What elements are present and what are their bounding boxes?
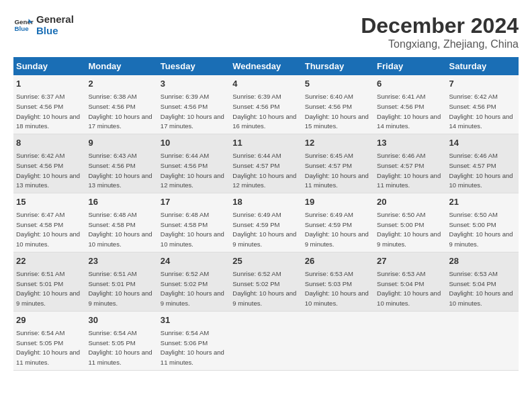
col-saturday: Saturday [447,57,519,75]
table-row: 21Sunrise: 6:50 AMSunset: 5:00 PMDayligh… [447,193,519,252]
logo: General Blue General Blue [13,13,74,36]
table-row: 6Sunrise: 6:41 AMSunset: 4:56 PMDaylight… [374,75,446,134]
table-row [302,311,374,370]
table-row: 11Sunrise: 6:44 AMSunset: 4:57 PMDayligh… [230,134,302,193]
table-row: 30Sunrise: 6:54 AMSunset: 5:05 PMDayligh… [85,311,157,370]
table-row: 28Sunrise: 6:53 AMSunset: 5:04 PMDayligh… [447,252,519,311]
header: General Blue General Blue December 2024 … [13,13,519,50]
table-row: 15Sunrise: 6:47 AMSunset: 4:58 PMDayligh… [13,193,85,252]
table-row: 19Sunrise: 6:49 AMSunset: 4:59 PMDayligh… [302,193,374,252]
table-row: 18Sunrise: 6:49 AMSunset: 4:59 PMDayligh… [230,193,302,252]
table-row [230,311,302,370]
table-row: 5Sunrise: 6:40 AMSunset: 4:56 PMDaylight… [302,75,374,134]
table-row: 26Sunrise: 6:53 AMSunset: 5:03 PMDayligh… [302,252,374,311]
table-row: 14Sunrise: 6:46 AMSunset: 4:57 PMDayligh… [447,134,519,193]
table-row: 24Sunrise: 6:52 AMSunset: 5:02 PMDayligh… [158,252,230,311]
table-row: 22Sunrise: 6:51 AMSunset: 5:01 PMDayligh… [13,252,85,311]
col-monday: Monday [85,57,157,75]
calendar-table: Sunday Monday Tuesday Wednesday Thursday… [13,57,519,371]
calendar-row-5: 29Sunrise: 6:54 AMSunset: 5:05 PMDayligh… [13,311,519,370]
col-wednesday: Wednesday [230,57,302,75]
table-row: 31Sunrise: 6:54 AMSunset: 5:06 PMDayligh… [158,311,230,370]
table-row: 8Sunrise: 6:42 AMSunset: 4:56 PMDaylight… [13,134,85,193]
logo-general: General [36,13,74,25]
logo-icon: General Blue [13,15,34,35]
table-row: 9Sunrise: 6:43 AMSunset: 4:56 PMDaylight… [85,134,157,193]
subtitle: Tongxiang, Zhejiang, China [361,38,519,50]
table-row [447,311,519,370]
svg-text:Blue: Blue [15,25,30,32]
calendar-row-3: 15Sunrise: 6:47 AMSunset: 4:58 PMDayligh… [13,193,519,252]
logo-blue: Blue [36,25,74,36]
table-row: 10Sunrise: 6:44 AMSunset: 4:56 PMDayligh… [158,134,230,193]
calendar-row-2: 8Sunrise: 6:42 AMSunset: 4:56 PMDaylight… [13,134,519,193]
table-row: 4Sunrise: 6:39 AMSunset: 4:56 PMDaylight… [230,75,302,134]
table-row: 13Sunrise: 6:46 AMSunset: 4:57 PMDayligh… [374,134,446,193]
table-row: 12Sunrise: 6:45 AMSunset: 4:57 PMDayligh… [302,134,374,193]
table-row: 23Sunrise: 6:51 AMSunset: 5:01 PMDayligh… [85,252,157,311]
table-row: 2Sunrise: 6:38 AMSunset: 4:56 PMDaylight… [85,75,157,134]
month-title: December 2024 [361,13,519,38]
table-row: 7Sunrise: 6:42 AMSunset: 4:56 PMDaylight… [447,75,519,134]
col-sunday: Sunday [13,57,85,75]
table-row: 1Sunrise: 6:37 AMSunset: 4:56 PMDaylight… [13,75,85,134]
table-row: 29Sunrise: 6:54 AMSunset: 5:05 PMDayligh… [13,311,85,370]
col-thursday: Thursday [302,57,374,75]
table-row: 16Sunrise: 6:48 AMSunset: 4:58 PMDayligh… [85,193,157,252]
table-row: 17Sunrise: 6:48 AMSunset: 4:58 PMDayligh… [158,193,230,252]
table-row: 3Sunrise: 6:39 AMSunset: 4:56 PMDaylight… [158,75,230,134]
col-friday: Friday [374,57,446,75]
calendar-row-1: 1Sunrise: 6:37 AMSunset: 4:56 PMDaylight… [13,75,519,134]
header-row: Sunday Monday Tuesday Wednesday Thursday… [13,57,519,75]
table-row: 20Sunrise: 6:50 AMSunset: 5:00 PMDayligh… [374,193,446,252]
table-row [374,311,446,370]
calendar-row-4: 22Sunrise: 6:51 AMSunset: 5:01 PMDayligh… [13,252,519,311]
table-row: 25Sunrise: 6:52 AMSunset: 5:02 PMDayligh… [230,252,302,311]
title-area: December 2024 Tongxiang, Zhejiang, China [361,13,519,50]
table-row: 27Sunrise: 6:53 AMSunset: 5:04 PMDayligh… [374,252,446,311]
col-tuesday: Tuesday [158,57,230,75]
